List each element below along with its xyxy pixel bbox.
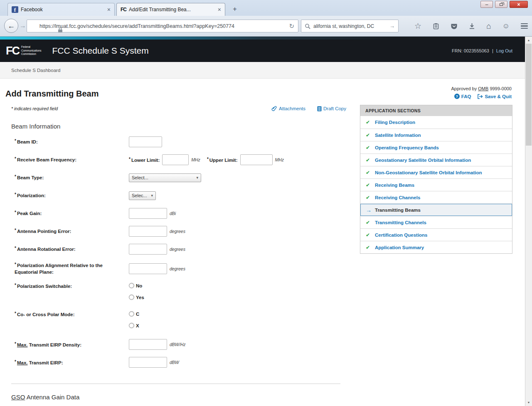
check-icon: ✔ [366,245,371,250]
vertical-scrollbar[interactable]: ▲ ▼ [525,37,532,406]
sidebar-item-transmitting-beams[interactable]: → Transmitting Beams [360,203,512,216]
upper-limit-input[interactable] [240,154,273,165]
polarization-switchable-no-radio[interactable]: No [129,283,144,288]
beam-id-input[interactable] [129,136,162,147]
field-polarization: *Polarization: Selec... ▾ [15,190,347,201]
exit-icon [478,94,483,99]
section-divider [11,384,340,384]
scrollbar-thumb[interactable] [526,44,532,146]
antenna-pointing-error-input[interactable] [129,226,167,237]
search-input-value[interactable]: alifornia st, washington, DC [313,23,387,29]
field-beam-type: *Beam Type: Select... ▾ [15,172,347,183]
beam-information-form: *Beam ID: *Receive Beam Frequency: *Lowe… [15,136,347,368]
fcc-logo-text: Federal Communications Commission [21,45,41,56]
main-content: Add Transmitting Beam * indicates requir… [5,79,347,406]
minimize-button[interactable]: – [480,1,493,8]
lower-limit-input[interactable] [162,154,189,165]
facebook-icon: f [12,6,18,13]
tab-close-icon[interactable]: × [218,7,221,12]
tab-facebook[interactable]: f Facebook × [7,3,115,16]
pocket-icon[interactable] [451,23,458,30]
check-icon: ✔ [366,132,371,138]
sidebar-item-non-geostationary-orbital-information[interactable]: ✔ Non-Geostationary Satellite Orbital In… [360,166,512,178]
max-transmit-eirp-input[interactable] [129,357,167,368]
polarization-alignment-input[interactable] [129,263,167,274]
fcc-favicon: FC [121,7,126,12]
polarization-switchable-yes-radio[interactable]: Yes [129,295,144,300]
refresh-icon[interactable]: ↻ [289,22,294,30]
smiley-icon[interactable]: ☺ [502,22,510,30]
separator: | [492,48,493,53]
sidebar-item-application-summary[interactable]: ✔ Application Summary [360,241,512,253]
lower-limit-label: *Lower Limit: [129,157,160,163]
home-icon[interactable]: ⌂ [486,22,491,30]
back-button[interactable]: ← [4,19,18,33]
save-quit-link[interactable]: Save & Quit [478,94,512,99]
field-peak-gain: *Peak Gain: dBi [15,208,347,219]
tab-close-icon[interactable]: × [107,7,111,12]
attachments-link[interactable]: Attachments [271,106,305,111]
sidebar-item-receiving-channels[interactable]: ✔ Receiving Channels [360,191,512,203]
bookmark-star-icon[interactable]: ☆ [414,22,421,30]
faq-link[interactable]: ? FAQ [454,94,471,99]
scroll-down-icon[interactable]: ▼ [525,399,532,406]
sidebar-item-transmitting-channels[interactable]: ✔ Transmitting Channels [360,216,512,228]
tab-strip: f Facebook × FC Add/Edit Transmitting Be… [0,0,532,16]
check-icon: ✔ [366,145,371,151]
new-tab-button[interactable]: + [229,5,240,14]
check-icon: ✔ [366,157,371,163]
fcc-page: FC Federal Communications Commission FCC… [0,37,525,406]
download-icon[interactable] [469,23,475,30]
sidebar-item-certification-questions[interactable]: ✔ Certification Questions [360,228,512,241]
max-transmit-eirp-density-input[interactable] [129,339,167,350]
current-section-arrow-icon: → [366,207,371,213]
menu-icon[interactable] [521,23,528,29]
field-antenna-rotational-error: *Antenna Rotational Error: degrees [15,244,347,255]
breadcrumb-link[interactable]: Schedule S Dashboard [11,68,60,73]
url-bar[interactable]: https://lmuat.fcc.gov/schedules/secure/a… [27,20,298,32]
polarization-select[interactable]: Selec... ▾ [129,191,156,200]
upper-limit-unit: MHz [275,157,284,162]
polar-mode-c-radio[interactable]: C [129,311,139,317]
sidebar-item-receiving-beams[interactable]: ✔ Receiving Beams [360,178,512,191]
draft-copy-link[interactable]: Draft Copy [317,106,346,111]
header-accent-bar [0,37,525,40]
forward-button[interactable]: → [20,22,26,30]
browser-chrome: f Facebook × FC Add/Edit Transmitting Be… [0,0,532,37]
radio-icon [129,323,134,328]
sidebar-item-satellite-information[interactable]: ✔ Satellite Information [360,129,512,141]
sidebar-item-filing-description[interactable]: ✔ Filing Description [360,116,512,129]
radio-icon [129,311,134,317]
field-beam-id: *Beam ID: [15,136,347,147]
scroll-up-icon[interactable]: ▲ [525,37,532,44]
radio-icon [129,283,134,288]
bookmarks-clipboard-icon[interactable] [433,23,439,30]
url-text[interactable]: https://lmuat.fcc.gov/schedules/secure/a… [39,23,286,29]
frn-label: FRN: 0023555063 [452,48,489,53]
check-icon: ✔ [366,232,371,238]
lock-icon [58,27,63,33]
sidebar-item-operating-frequency-bands[interactable]: ✔ Operating Frequency Bands [360,141,512,153]
beam-information-heading: Beam Information [11,123,347,130]
breadcrumb: Schedule S Dashboard [0,62,525,79]
site-header: FC Federal Communications Commission FCC… [0,40,525,62]
check-icon: ✔ [366,195,371,201]
gso-antenna-gain-heading: GSO Antenna Gain Data [11,394,347,401]
peak-gain-input[interactable] [129,208,167,219]
chevron-down-icon: ▾ [151,193,153,198]
polar-mode-x-radio[interactable]: X [129,323,139,328]
search-bar[interactable]: alifornia st, washington, DC → [301,20,399,32]
sidebar-item-geostationary-orbital-information[interactable]: ✔ Geostationary Satellite Orbital Inform… [360,153,512,166]
tab-title: Facebook [21,7,105,12]
search-go-icon[interactable]: → [389,23,395,29]
field-max-transmit-eirp: *Max. Transmit EIRP: dBW [15,357,347,368]
beam-type-select[interactable]: Select... ▾ [129,173,201,182]
session-info: FRN: 0023555063 | Log Out [452,48,512,53]
tab-add-edit-transmitting-beams[interactable]: FC Add/Edit Transmitting Bea... × [116,3,225,16]
close-button[interactable]: × [510,1,528,8]
required-field-note: * indicates required field [11,106,58,111]
antenna-rotational-error-input[interactable] [129,244,167,255]
restore-button[interactable] [495,1,507,8]
upper-limit-label: *Upper Limit: [207,157,238,163]
logout-link[interactable]: Log Out [496,48,512,53]
